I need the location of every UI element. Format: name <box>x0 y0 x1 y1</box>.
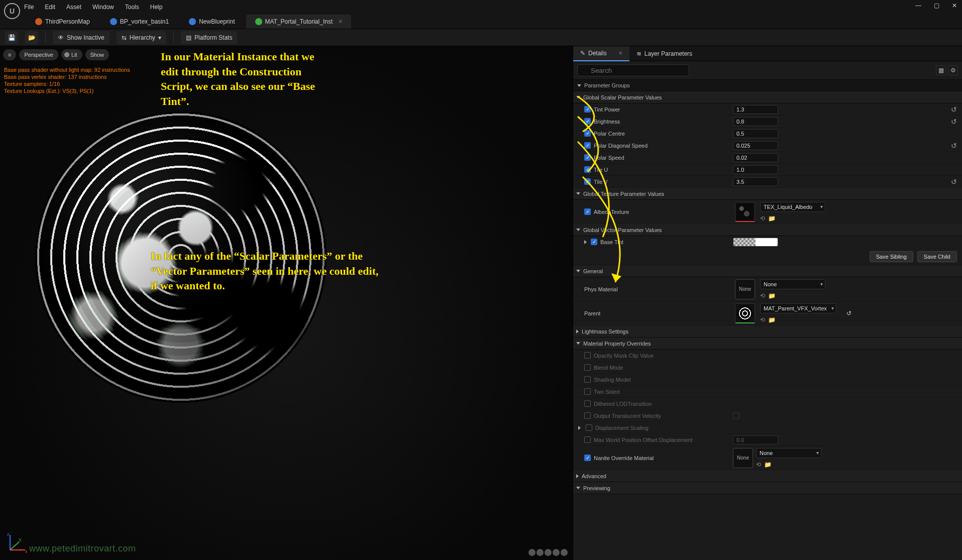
reset-icon[interactable]: ↺ <box>949 118 959 126</box>
parent-dropdown[interactable]: MAT_Parent_VFX_Vortex <box>760 303 836 313</box>
param-checkbox[interactable]: ✓ <box>584 130 591 137</box>
param-checkbox[interactable]: ✓ <box>584 106 591 113</box>
param-value-input[interactable]: 1.0 <box>733 165 778 174</box>
tab-layer-parameters[interactable]: ≋ Layer Parameters <box>629 46 699 61</box>
tab-close-button[interactable]: × <box>339 18 342 25</box>
param-checkbox[interactable]: ✓ <box>584 154 591 161</box>
texture-dropdown[interactable]: TEX_Liquid_Albedo <box>760 202 825 212</box>
param-checkbox[interactable] <box>584 376 591 383</box>
window-minimize-button[interactable]: — <box>914 2 923 9</box>
browse-button[interactable]: 📂 <box>25 31 38 44</box>
close-icon[interactable]: × <box>619 50 622 57</box>
param-checkbox[interactable] <box>584 352 591 359</box>
viewport-menu-button[interactable]: ≡ <box>3 49 16 60</box>
hdr-general[interactable]: General <box>573 265 962 277</box>
parent-thumb[interactable] <box>735 303 755 323</box>
use-selected-icon[interactable]: ⟲ <box>760 316 765 323</box>
hdr-parameter-groups[interactable]: Parameter Groups <box>573 79 962 91</box>
browse-to-icon[interactable]: 📁 <box>768 292 776 299</box>
viewport-lit-button[interactable]: Lit <box>61 49 82 60</box>
hdr-lightmass[interactable]: Lightmass Settings <box>573 325 962 338</box>
param-checkbox[interactable]: ✓ <box>584 142 591 149</box>
param-checkbox[interactable] <box>584 412 591 419</box>
menu-window[interactable]: Window <box>92 4 114 11</box>
window-maximize-button[interactable]: ▢ <box>932 2 941 9</box>
reset-icon[interactable]: ↺ <box>949 178 959 186</box>
nanite-thumb[interactable]: None <box>733 448 753 468</box>
browse-to-icon[interactable]: 📁 <box>764 461 772 468</box>
texture-thumb[interactable] <box>735 202 755 222</box>
tab-bp-vortex-basin[interactable]: BP_vortex_basin1 <box>101 15 178 29</box>
platform-stats-button[interactable]: ▤ Platform Stats <box>181 31 237 44</box>
browse-to-icon[interactable]: 📁 <box>768 316 776 323</box>
shape-option[interactable] <box>545 549 552 556</box>
use-selected-icon[interactable]: ⟲ <box>756 461 761 468</box>
param-checkbox[interactable]: ✓ <box>584 118 591 125</box>
param-checkbox[interactable] <box>584 364 591 371</box>
reset-icon[interactable]: ↺ <box>949 142 959 150</box>
gear-icon[interactable]: ⚙ <box>948 65 958 75</box>
show-inactive-button[interactable]: 👁 Show Inactive <box>53 31 110 44</box>
param-value-input[interactable]: 0.0 <box>733 435 778 444</box>
viewport-show-button[interactable]: Show <box>85 49 110 60</box>
btn-label: Platform Stats <box>194 34 232 41</box>
color-swatch[interactable] <box>733 238 778 247</box>
use-selected-icon[interactable]: ⟲ <box>760 215 765 222</box>
param-checkbox[interactable] <box>586 424 592 431</box>
menu-help[interactable]: Help <box>150 4 163 11</box>
shape-option[interactable] <box>528 549 536 556</box>
param-value-input[interactable]: 0.8 <box>733 117 778 126</box>
hdr-global-textures[interactable]: Global Texture Parameter Values <box>573 188 962 200</box>
shape-option[interactable] <box>553 549 560 556</box>
hdr-global-vectors[interactable]: Global Vector Parameter Values <box>573 224 962 236</box>
param-checkbox[interactable] <box>584 388 591 395</box>
expand-icon[interactable] <box>578 426 581 430</box>
param-checkbox[interactable]: ✓ <box>584 208 591 215</box>
hierarchy-button[interactable]: ⇆ Hierarchy ▾ <box>117 31 166 44</box>
phys-thumb[interactable]: None <box>735 279 755 299</box>
param-checkbox[interactable]: ✓ <box>584 178 591 185</box>
viewport-perspective-button[interactable]: Perspective <box>19 49 58 60</box>
hdr-global-scalars[interactable]: Global Scalar Parameter Values <box>573 91 962 103</box>
param-checkbox[interactable] <box>584 436 591 443</box>
tab-details[interactable]: ✎ Details × <box>573 46 629 61</box>
param-checkbox[interactable]: ✓ <box>584 455 591 461</box>
search-input[interactable] <box>577 64 689 76</box>
param-value-input[interactable]: 3.5 <box>733 177 778 186</box>
param-value-input[interactable]: 0.02 <box>733 153 778 162</box>
hdr-previewing[interactable]: Previewing <box>573 482 962 494</box>
param-value-input[interactable]: 0.025 <box>733 141 778 150</box>
menu-tools[interactable]: Tools <box>125 4 139 11</box>
material-viewport[interactable]: ≡ Perspective Lit Show Base pass shader … <box>0 46 573 560</box>
preview-shape-buttons[interactable] <box>528 549 568 556</box>
save-sibling-button[interactable]: Save Sibling <box>870 251 913 262</box>
reset-icon[interactable]: ↺ <box>846 310 851 317</box>
panel-scroll[interactable]: Parameter Groups Global Scalar Parameter… <box>573 79 962 560</box>
tab-newblueprint[interactable]: NewBlueprint <box>180 15 244 29</box>
window-close-button[interactable]: ✕ <box>950 2 959 9</box>
param-checkbox[interactable]: ✓ <box>584 166 591 173</box>
shape-option[interactable] <box>537 549 544 556</box>
param-checkbox[interactable]: ✓ <box>591 239 597 245</box>
hdr-advanced[interactable]: Advanced <box>573 470 962 482</box>
reset-icon[interactable]: ↺ <box>949 105 959 114</box>
phys-dropdown[interactable]: None <box>760 279 825 289</box>
grid-icon[interactable]: ▦ <box>936 65 946 75</box>
menu-asset[interactable]: Asset <box>66 4 81 11</box>
layers-icon: ≋ <box>636 50 642 57</box>
expand-icon[interactable] <box>584 240 587 244</box>
browse-to-icon[interactable]: 📁 <box>768 215 776 222</box>
save-child-button[interactable]: Save Child <box>917 251 957 262</box>
menu-edit[interactable]: Edit <box>45 4 55 11</box>
tab-material-instance[interactable]: MAT_Portal_Tutorial_Inst × <box>246 15 352 29</box>
nanite-dropdown[interactable]: None <box>756 448 821 458</box>
hdr-overrides[interactable]: Material Property Overrides <box>573 338 962 350</box>
param-value-input[interactable]: 0.5 <box>733 129 778 138</box>
use-selected-icon[interactable]: ⟲ <box>760 292 765 299</box>
save-button[interactable]: 💾 <box>5 31 18 44</box>
shape-option[interactable] <box>561 549 568 556</box>
param-checkbox[interactable] <box>584 400 591 407</box>
menu-file[interactable]: File <box>24 4 34 11</box>
param-value-input[interactable]: 1.3 <box>733 105 778 114</box>
tab-thirdpersonmap[interactable]: ThirdPersonMap <box>26 15 99 29</box>
